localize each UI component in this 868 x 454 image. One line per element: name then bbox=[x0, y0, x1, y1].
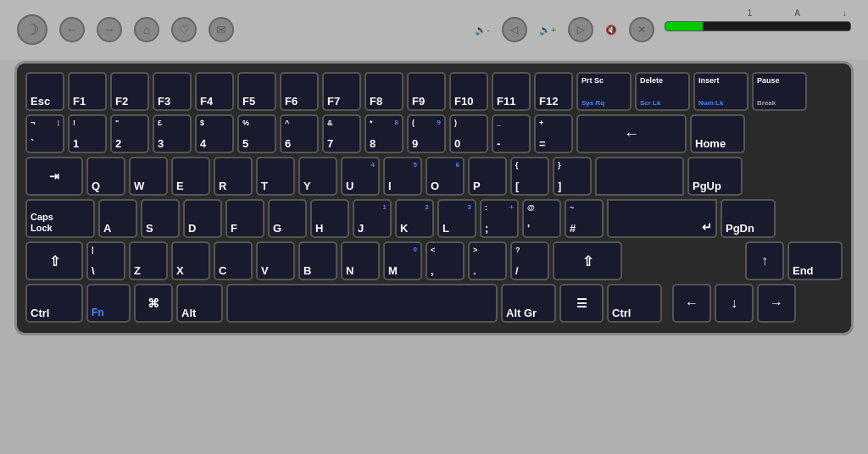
key-1[interactable]: ! 1 bbox=[68, 114, 107, 153]
key-w[interactable]: W bbox=[129, 157, 168, 196]
key-3[interactable]: £ 3 bbox=[153, 114, 192, 153]
key-v[interactable]: V bbox=[256, 241, 295, 280]
key-f3[interactable]: F3 bbox=[153, 72, 192, 111]
key-h[interactable]: H bbox=[310, 199, 349, 238]
key-prtsc[interactable]: Prt Sc Sys Rq bbox=[576, 72, 632, 111]
key-f12[interactable]: F12 bbox=[534, 72, 573, 111]
key-backspace[interactable]: ← bbox=[576, 114, 687, 153]
key-a[interactable]: A bbox=[98, 199, 137, 238]
key-t[interactable]: T bbox=[256, 157, 295, 196]
key-f9[interactable]: F9 bbox=[407, 72, 446, 111]
key-p[interactable]: P bbox=[468, 157, 507, 196]
key-y[interactable]: Y bbox=[298, 157, 337, 196]
vol-down-button[interactable]: ◁ bbox=[502, 17, 527, 42]
key-backslash[interactable]: | \ bbox=[86, 241, 125, 280]
key-lctrl[interactable]: Ctrl bbox=[25, 284, 83, 323]
key-n[interactable]: N bbox=[341, 241, 380, 280]
key-f[interactable]: F bbox=[225, 199, 264, 238]
key-hash[interactable]: ~ # bbox=[565, 199, 604, 238]
key-tab[interactable]: ⇥ bbox=[25, 157, 83, 196]
key-pause[interactable]: Pause Break bbox=[752, 72, 807, 111]
key-d[interactable]: D bbox=[183, 199, 222, 238]
key-q[interactable]: Q bbox=[86, 157, 125, 196]
key-f6[interactable]: F6 bbox=[280, 72, 319, 111]
moon-button[interactable] bbox=[17, 14, 47, 45]
key-c[interactable]: C bbox=[214, 241, 253, 280]
key-f10[interactable]: F10 bbox=[449, 72, 488, 111]
led-gap-1 bbox=[703, 22, 740, 30]
vol-up-button[interactable]: ▷ bbox=[568, 17, 593, 42]
key-end[interactable]: End bbox=[787, 241, 843, 280]
key-up[interactable]: ↑ bbox=[745, 241, 784, 280]
forward-button[interactable]: → bbox=[97, 17, 122, 42]
key-r[interactable]: R bbox=[214, 157, 253, 196]
key-equals[interactable]: + = bbox=[534, 114, 573, 153]
key-2[interactable]: " 2 bbox=[110, 114, 149, 153]
key-menu[interactable]: ☰ bbox=[559, 284, 604, 323]
key-super[interactable]: ⌘ bbox=[134, 284, 173, 323]
key-f4[interactable]: F4 bbox=[195, 72, 234, 111]
key-4[interactable]: $ 4 bbox=[195, 114, 234, 153]
key-x[interactable]: X bbox=[171, 241, 210, 280]
key-7[interactable]: & 7 bbox=[322, 114, 361, 153]
key-enter[interactable] bbox=[595, 157, 684, 196]
key-comma[interactable]: < , bbox=[426, 241, 465, 280]
key-i[interactable]: I 5 bbox=[383, 157, 422, 196]
key-f2[interactable]: F2 bbox=[110, 72, 149, 111]
key-pgup[interactable]: PgUp bbox=[687, 157, 743, 196]
key-semicolon[interactable]: : ; + bbox=[480, 199, 519, 238]
key-capslock[interactable]: CapsLock bbox=[25, 199, 95, 238]
key-esc[interactable]: Esc bbox=[25, 72, 64, 111]
mute-button[interactable]: ✕ bbox=[629, 17, 654, 42]
key-lalt[interactable]: Alt bbox=[176, 284, 223, 323]
key-l[interactable]: L 3 bbox=[437, 199, 476, 238]
key-j[interactable]: J 1 bbox=[353, 199, 392, 238]
key-b[interactable]: B bbox=[298, 241, 337, 280]
key-z[interactable]: Z bbox=[129, 241, 168, 280]
key-left[interactable]: ← bbox=[672, 284, 711, 323]
key-f5[interactable]: F5 bbox=[237, 72, 276, 111]
key-backtick[interactable]: ¬ ` | bbox=[25, 114, 64, 153]
key-rbracket[interactable]: } ] bbox=[553, 157, 592, 196]
key-home[interactable]: Home bbox=[690, 114, 745, 153]
key-delete[interactable]: Delete Scr Lk bbox=[635, 72, 690, 111]
key-rctrl[interactable]: Ctrl bbox=[607, 284, 662, 323]
key-m[interactable]: M 0 bbox=[383, 241, 422, 280]
mail-button[interactable]: ✉ bbox=[209, 17, 234, 42]
key-g[interactable]: G bbox=[268, 199, 307, 238]
key-s[interactable]: S bbox=[141, 199, 180, 238]
key-5[interactable]: % 5 bbox=[237, 114, 276, 153]
f3-label: F3 bbox=[158, 96, 170, 107]
key-e[interactable]: E bbox=[171, 157, 210, 196]
favorites-button[interactable]: ♡ bbox=[171, 17, 197, 42]
key-f1[interactable]: F1 bbox=[68, 72, 107, 111]
key-lbracket[interactable]: { [ bbox=[510, 157, 549, 196]
key-minus[interactable]: _ - bbox=[492, 114, 531, 153]
key-9[interactable]: ( 9 9 bbox=[407, 114, 446, 153]
key-pgdn[interactable]: PgDn bbox=[721, 199, 776, 238]
key-fn[interactable]: Fn bbox=[86, 284, 131, 323]
key-lshift[interactable]: ⇧ bbox=[25, 241, 83, 280]
home-button[interactable]: ⌂ bbox=[134, 17, 159, 42]
key-slash[interactable]: ? / bbox=[510, 241, 549, 280]
key-f8[interactable]: F8 bbox=[364, 72, 403, 111]
key-u[interactable]: U 4 bbox=[341, 157, 380, 196]
key-period[interactable]: > . bbox=[468, 241, 507, 280]
tab-icon: ⇥ bbox=[49, 169, 59, 183]
key-f7[interactable]: F7 bbox=[322, 72, 361, 111]
key-down[interactable]: ↓ bbox=[715, 284, 754, 323]
key-k[interactable]: K 2 bbox=[395, 199, 434, 238]
key-insert[interactable]: Insert Num Lk bbox=[693, 72, 748, 111]
key-space[interactable] bbox=[226, 284, 498, 323]
key-o[interactable]: O 6 bbox=[426, 157, 465, 196]
key-right[interactable]: → bbox=[757, 284, 796, 323]
key-altgr[interactable]: Alt Gr bbox=[501, 284, 556, 323]
key-0[interactable]: ) 0 bbox=[449, 114, 488, 153]
back-button[interactable]: ← bbox=[59, 17, 85, 42]
key-at[interactable]: @ ' bbox=[522, 199, 561, 238]
key-8[interactable]: * 8 8 bbox=[364, 114, 403, 153]
key-enter-bottom[interactable]: ↵ bbox=[607, 199, 717, 238]
key-6[interactable]: ^ 6 bbox=[280, 114, 319, 153]
key-rshift[interactable]: ⇧ bbox=[553, 241, 622, 280]
key-f11[interactable]: F11 bbox=[492, 72, 531, 111]
